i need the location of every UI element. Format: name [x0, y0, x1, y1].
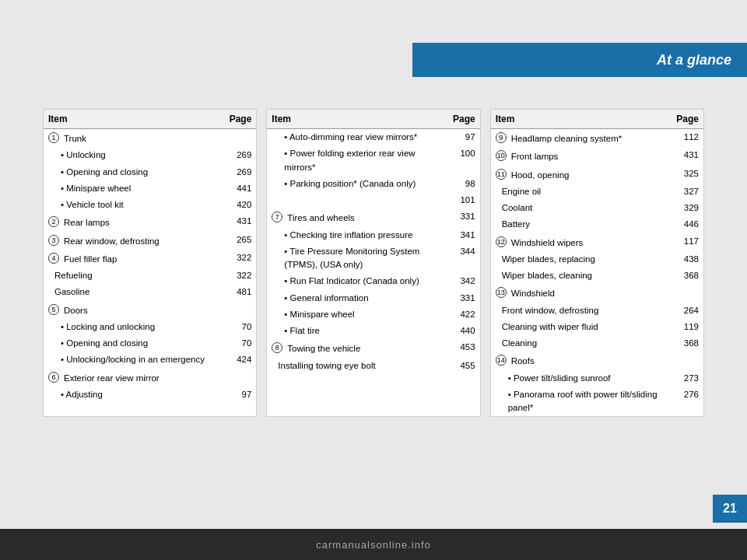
page-cell: 70 — [222, 319, 256, 335]
header-banner: At a glance — [412, 43, 747, 77]
table-row: • Power tilt/sliding sunroof273 — [491, 370, 703, 387]
circle-number: 3 — [48, 235, 59, 246]
table-row: 12Windshield wipers117 — [491, 233, 703, 251]
item-label: Trunk — [64, 132, 86, 145]
page-cell: 441 — [222, 180, 256, 197]
page-cell: 265 — [222, 232, 256, 250]
item-label: Towing the vehicle — [287, 342, 360, 355]
indented-item-label: Installing towing eye bolt — [267, 358, 448, 374]
table-row: Cleaning368 — [491, 335, 703, 352]
header-title: At a glance — [657, 52, 731, 68]
page-cell: 341 — [448, 227, 480, 243]
indented-item-label: Cleaning — [491, 335, 672, 352]
indented-item-label: Gasoline — [44, 284, 222, 300]
item-cell: • Unlocking — [44, 147, 222, 163]
page-cell: 100 — [448, 145, 480, 176]
item-cell: 4Fuel filler flap — [44, 250, 222, 268]
table-row: • Locking and unlocking70 — [44, 319, 256, 335]
page-cell: 269 — [222, 147, 256, 163]
col2-item-header: Item — [267, 110, 448, 129]
table-row: • Auto-dimming rear view mirrors*97 — [267, 129, 479, 146]
page-cell: 440 — [448, 323, 480, 339]
indented-item-label: Refueling — [44, 268, 222, 284]
page-cell: 344 — [448, 243, 480, 274]
table-row: 1Trunk — [44, 129, 256, 148]
circle-number: 6 — [48, 372, 59, 383]
col1-item-header: Item — [44, 110, 222, 129]
table-row: • Opening and closing70 — [44, 335, 256, 352]
item-cell: • Power tilt/sliding sunroof — [491, 370, 672, 387]
item-cell: • Minispare wheel — [44, 180, 222, 197]
table-row: Battery446 — [491, 216, 703, 233]
indented-item-label: Wiper blades, cleaning — [491, 268, 672, 284]
col2-page-header: Page — [448, 110, 480, 129]
page-cell: 329 — [672, 200, 703, 216]
page-cell: 431 — [672, 147, 703, 165]
page-cell: 453 — [448, 339, 480, 357]
table-section-1: Item Page 1Trunk• Unlocking269• Opening … — [43, 109, 257, 417]
item-cell: • Adjusting — [44, 387, 222, 403]
page-cell: 325 — [672, 166, 703, 184]
item-label: Fuel filler flap — [64, 253, 117, 266]
page-cell: 431 — [222, 213, 256, 231]
watermark: carmanualsonline.info — [0, 529, 747, 560]
table-row: 5Doors — [44, 301, 256, 319]
table-row: • Tire Pressure Monitoring System (TPMS)… — [267, 243, 479, 274]
item-cell: • Tire Pressure Monitoring System (TPMS)… — [267, 243, 448, 274]
page-cell: 322 — [222, 250, 256, 268]
table-row: 9Headlamp cleaning system*112 — [491, 129, 703, 148]
page-cell: 97 — [222, 387, 256, 403]
circle-number: 13 — [496, 287, 507, 298]
item-cell: • Locking and unlocking — [44, 319, 222, 335]
table-row: • Vehicle tool kit420 — [44, 197, 256, 213]
table-row: Refueling322 — [44, 268, 256, 284]
table-row: Engine oil327 — [491, 184, 703, 200]
table-row: • Run Flat Indicator (Canada only)342 — [267, 273, 479, 289]
page-cell: 446 — [672, 216, 703, 233]
item-cell: 7Tires and wheels — [267, 208, 448, 226]
circle-number: 4 — [48, 253, 59, 264]
circle-number: 11 — [496, 169, 507, 180]
item-label: Windshield — [511, 287, 555, 300]
item-label: Roofs — [511, 355, 535, 368]
page-cell: 368 — [672, 335, 703, 352]
table-row: Coolant329 — [491, 200, 703, 216]
table-row: • Unlocking269 — [44, 147, 256, 163]
page-cell: 117 — [672, 233, 703, 251]
page-cell: 97 — [448, 129, 480, 146]
table-row: 7Tires and wheels331 — [267, 208, 479, 226]
page-cell: 269 — [222, 164, 256, 180]
table-row: • Power folding exterior rear view mirro… — [267, 145, 479, 176]
page-cell: 422 — [448, 306, 480, 323]
item-cell: • Parking position* (Canada only) — [267, 176, 448, 192]
page-cell: 273 — [672, 370, 703, 387]
item-label: Front lamps — [511, 150, 559, 163]
item-label: Exterior rear view mirror — [64, 372, 160, 385]
item-label: Hood, opening — [511, 169, 570, 182]
page-cell: 438 — [672, 251, 703, 268]
page-cell: 481 — [222, 284, 256, 300]
circle-number: 14 — [496, 355, 507, 366]
item-cell: 10Front lamps — [491, 147, 672, 165]
table-row: Cleaning with wiper fluid119 — [491, 319, 703, 335]
item-cell: • Unlocking/locking in an emergency — [44, 352, 222, 368]
page-cell: 322 — [222, 268, 256, 284]
page-number: 21 — [713, 495, 747, 523]
page-cell: 331 — [448, 290, 480, 306]
item-cell: • General information — [267, 290, 448, 306]
table-row: • Flat tire440 — [267, 323, 479, 339]
table-row: • Minispare wheel441 — [44, 180, 256, 197]
circle-number: 9 — [496, 132, 507, 143]
table-row: 3Rear window, defrosting265 — [44, 232, 256, 250]
page-cell: 98 — [448, 176, 480, 192]
page-cell — [672, 284, 703, 302]
table-row: • Checking tire inflation pressure341 — [267, 227, 479, 243]
circle-number: 5 — [48, 304, 59, 315]
page-cell: 424 — [222, 352, 256, 368]
item-label: Tires and wheels — [287, 212, 355, 225]
item-label: Windshield wipers — [511, 236, 584, 250]
page-cell: 264 — [672, 303, 703, 319]
page-cell: 455 — [448, 358, 480, 374]
item-cell: • Flat tire — [267, 323, 448, 339]
item-cell: • Panorama roof with power tilt/sliding … — [491, 387, 672, 417]
